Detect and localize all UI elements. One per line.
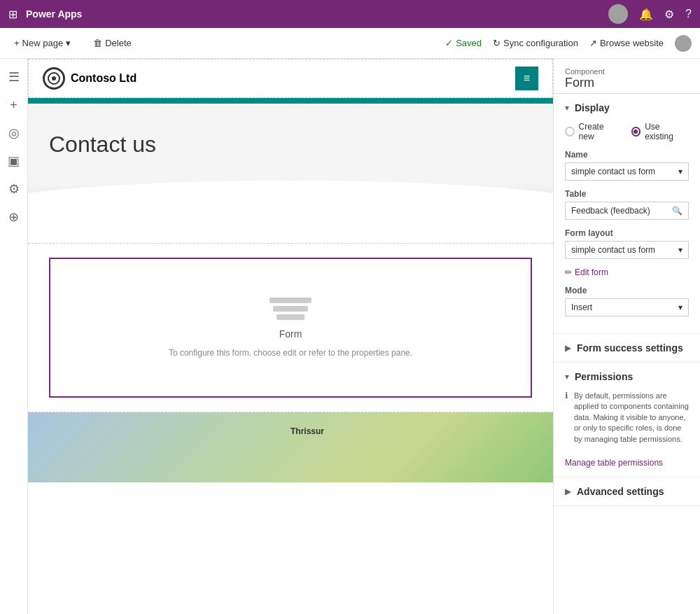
permissions-section-header[interactable]: ▾ Permissions [565, 371, 689, 382]
sidebar-item-permissions[interactable]: ⊕ [1, 204, 27, 230]
form-icon-bar-1 [270, 298, 312, 303]
mode-value: Insert [571, 302, 592, 312]
site-name: Contoso Ltd [71, 72, 136, 85]
hamburger-button[interactable]: ≡ [515, 67, 538, 90]
advanced-settings-title: Advanced settings [577, 486, 664, 497]
site-header: Contoso Ltd ≡ [28, 59, 553, 98]
form-success-section[interactable]: ▶ Form success settings [554, 334, 700, 363]
sync-icon: ↻ [493, 38, 500, 48]
chevron-down-icon: ▾ [565, 103, 569, 113]
chevron-right-icon-success: ▶ [565, 343, 571, 353]
topbar-right: 🔔 ⚙ ? [608, 4, 692, 24]
toolbar-right-actions: ✓ Saved ↻ Sync configuration ↗ Browse we… [445, 35, 692, 52]
map-visual: Thrissur [28, 412, 553, 482]
form-placeholder-desc: To configure this form, choose edit or r… [169, 348, 412, 358]
new-page-button[interactable]: + New page ▾ [8, 35, 76, 51]
sidebar-item-pages[interactable]: ☰ [1, 64, 27, 90]
delete-icon: 🗑 [93, 38, 102, 48]
chevron-right-icon-advanced: ▶ [565, 487, 571, 496]
help-icon[interactable]: ? [685, 8, 692, 20]
chevron-down-icon-permissions: ▾ [565, 372, 569, 382]
form-layout-label: Form layout [565, 228, 689, 238]
grid-icon: ⊞ [8, 8, 18, 21]
display-section-title: Display [575, 102, 610, 113]
form-icon-bar-2 [273, 306, 308, 312]
advanced-settings-section[interactable]: ▶ Advanced settings [554, 477, 700, 506]
right-panel: Component Form ▾ Display Create new Use … [553, 59, 700, 614]
name-dropdown-chevron: ▾ [678, 167, 682, 176]
use-existing-label: Use existing [645, 122, 689, 141]
name-dropdown[interactable]: simple contact us form ▾ [565, 162, 689, 181]
toolbar: + New page ▾ 🗑 Delete ✓ Saved ↻ Sync con… [0, 28, 700, 59]
permissions-info: ℹ By default, permissions are applied to… [565, 391, 689, 450]
sidebar-item-components[interactable]: ◎ [1, 120, 27, 146]
info-icon: ℹ [565, 391, 568, 400]
edit-form-link[interactable]: ✏ Edit form [565, 267, 689, 277]
mode-dropdown-chevron: ▾ [678, 302, 682, 312]
map-section: Thrissur [28, 412, 553, 482]
website-preview: Contoso Ltd ≡ Contact us [28, 59, 553, 482]
use-existing-option[interactable]: Use existing [631, 122, 689, 141]
sync-button[interactable]: ↻ Sync configuration [493, 38, 578, 48]
svg-point-1 [52, 76, 56, 81]
form-icon-bar-3 [276, 314, 304, 320]
delete-button[interactable]: 🗑 Delete [88, 35, 137, 51]
form-layout-value: simple contact us form [571, 245, 655, 255]
sidebar-item-add[interactable]: + [1, 92, 27, 118]
hero-section: Contact us [28, 104, 553, 216]
site-logo: Contoso Ltd [43, 67, 136, 90]
edit-form-label: Edit form [575, 267, 608, 277]
hero-heading: Contact us [49, 132, 532, 158]
use-existing-radio[interactable] [631, 127, 641, 137]
app-title: Power Apps [26, 8, 82, 20]
logo-icon [43, 67, 65, 90]
canvas-inner: Contoso Ltd ≡ Contact us [28, 59, 553, 614]
topbar: ⊞ Power Apps 🔔 ⚙ ? [0, 0, 700, 28]
bell-icon[interactable]: 🔔 [639, 8, 653, 21]
panel-header: Component Form [554, 59, 700, 94]
name-field-label: Name [565, 150, 689, 160]
permissions-text: By default, permissions are applied to c… [574, 391, 689, 445]
form-layout-dropdown[interactable]: simple contact us form ▾ [565, 241, 689, 259]
mode-field-label: Mode [565, 286, 689, 295]
mode-dropdown[interactable]: Insert ▾ [565, 298, 689, 316]
search-icon: 🔍 [672, 206, 682, 216]
settings-icon[interactable]: ⚙ [664, 8, 674, 21]
display-mode-radio-group: Create new Use existing [565, 122, 689, 141]
sidebar-item-settings[interactable]: ⚙ [1, 176, 27, 202]
form-icon [270, 298, 312, 320]
avatar[interactable] [608, 4, 628, 24]
check-icon: ✓ [445, 38, 453, 48]
permissions-section: ▾ Permissions ℹ By default, permissions … [554, 363, 700, 477]
table-search-field[interactable]: Feedback (feedback) 🔍 [565, 202, 689, 220]
create-new-option[interactable]: Create new [565, 122, 620, 141]
form-section[interactable]: Form To configure this form, choose edit… [28, 244, 553, 412]
display-section: ▾ Display Create new Use existing Name s… [554, 94, 700, 334]
pencil-icon: ✏ [565, 267, 572, 277]
browse-button[interactable]: ↗ Browse website [589, 38, 664, 48]
component-label: Component [565, 67, 689, 76]
section-divider-1 [28, 216, 553, 244]
form-layout-chevron: ▾ [678, 245, 682, 255]
table-field-label: Table [565, 189, 689, 199]
component-title: Form [565, 76, 689, 90]
form-placeholder-title: Form [279, 328, 302, 340]
manage-permissions-link[interactable]: Manage table permissions [565, 458, 663, 468]
sidebar-item-media[interactable]: ▣ [1, 148, 27, 174]
create-new-label: Create new [579, 122, 620, 141]
map-label: Thrissur [290, 426, 324, 436]
canvas-area: Contoso Ltd ≡ Contact us [28, 59, 553, 614]
form-component[interactable]: Form To configure this form, choose edit… [49, 258, 532, 398]
display-section-header[interactable]: ▾ Display [565, 102, 689, 113]
user-avatar-toolbar[interactable] [675, 35, 692, 52]
dropdown-icon: ▾ [66, 38, 71, 48]
create-new-radio[interactable] [565, 127, 575, 137]
form-success-title: Form success settings [577, 342, 683, 354]
add-icon: + [14, 38, 20, 48]
sync-label: Sync configuration [503, 38, 578, 48]
name-value: simple contact us form [571, 167, 655, 176]
teal-accent-bar [28, 98, 553, 104]
external-link-icon: ↗ [589, 38, 597, 48]
saved-label: Saved [456, 38, 482, 48]
saved-indicator: ✓ Saved [445, 38, 482, 48]
